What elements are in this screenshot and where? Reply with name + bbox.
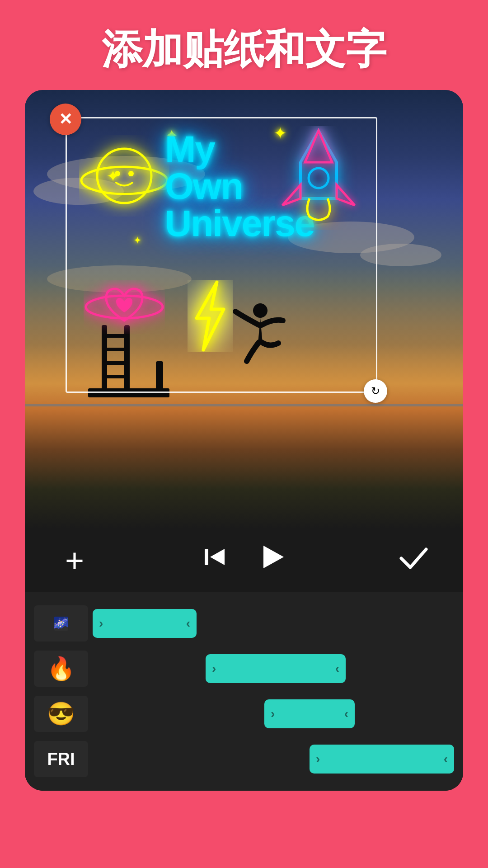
water — [25, 404, 463, 406]
clip-handle-right-3: ‹ — [344, 707, 348, 721]
timeline-thumb-3: 😎 — [34, 696, 88, 732]
clip-handle-left-1: › — [99, 616, 103, 631]
rotate-handle[interactable]: ↻ — [364, 379, 387, 403]
timeline: 🌌 › ‹ 🔥 › ‹ — [25, 592, 463, 791]
page-title: 添加贴纸和文字 — [18, 27, 470, 72]
clip-handle-right-2: ‹ — [335, 661, 339, 676]
timeline-track-4: › ‹ — [93, 741, 454, 777]
timeline-row-3: 😎 › ‹ — [25, 691, 463, 736]
video-preview[interactable]: ✦ ✦ ✦ ✦ My O — [25, 90, 463, 528]
checkmark-icon — [399, 545, 428, 576]
svg-marker-17 — [210, 549, 225, 565]
svg-rect-16 — [205, 549, 208, 565]
timeline-thumb-1: 🌌 — [34, 605, 88, 642]
rewind-button[interactable] — [197, 542, 233, 578]
timeline-track-1: › ‹ — [93, 605, 454, 642]
timeline-row-4: FRI › ‹ — [25, 736, 463, 782]
play-icon — [261, 543, 286, 577]
timeline-row-1: 🌌 › ‹ — [25, 601, 463, 646]
timeline-thumb-4: FRI — [34, 741, 88, 777]
rewind-icon — [201, 543, 228, 577]
toolbar: + — [25, 528, 463, 592]
clip-handle-left-3: › — [271, 707, 275, 721]
timeline-row-2: 🔥 › ‹ — [25, 646, 463, 691]
add-icon: + — [65, 542, 84, 579]
timeline-clip-3[interactable]: › ‹ — [264, 699, 355, 728]
close-icon: ✕ — [59, 110, 72, 129]
clip-handle-right-1: ‹ — [186, 616, 190, 631]
clip-handle-left-2: › — [212, 661, 216, 676]
timeline-track-2: › ‹ — [93, 651, 454, 687]
clip-handle-left-4: › — [316, 752, 320, 766]
timeline-clip-2[interactable]: › ‹ — [206, 654, 346, 683]
add-button[interactable]: + — [56, 542, 93, 578]
confirm-button[interactable] — [395, 542, 432, 578]
editor-card: ✦ ✦ ✦ ✦ My O — [25, 90, 463, 791]
timeline-clip-4[interactable]: › ‹ — [310, 745, 454, 774]
close-button[interactable]: ✕ — [50, 104, 81, 135]
clip-handle-right-4: ‹ — [444, 752, 448, 766]
bottom-section: + — [25, 528, 463, 791]
header-section: 添加贴纸和文字 — [0, 0, 488, 90]
selection-box[interactable]: ↻ — [66, 117, 377, 393]
svg-marker-18 — [263, 546, 284, 568]
play-button[interactable] — [255, 542, 291, 578]
timeline-clip-1[interactable]: › ‹ — [93, 609, 197, 638]
timeline-thumb-2: 🔥 — [34, 651, 88, 687]
timeline-track-3: › ‹ — [93, 696, 454, 732]
